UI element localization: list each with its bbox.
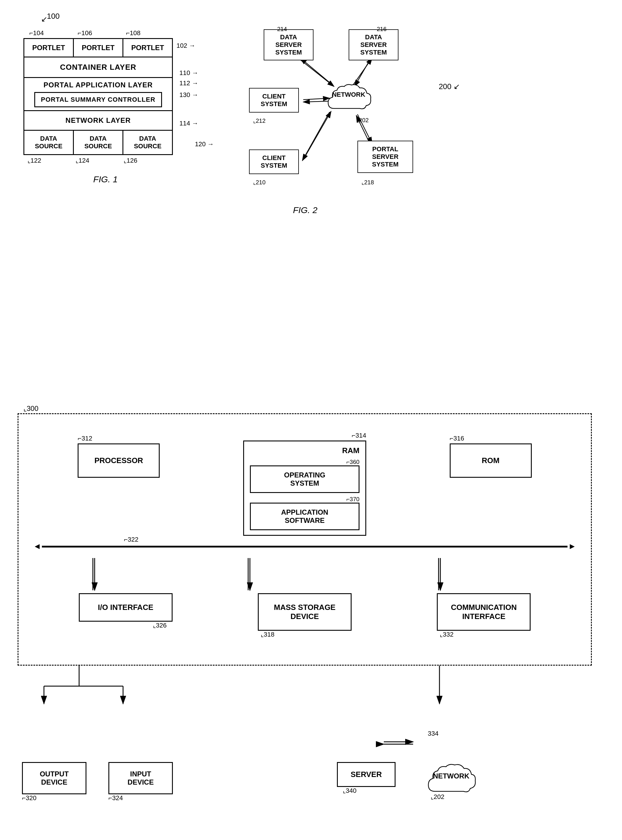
- ref-202-fig3: ⌞202: [431, 793, 444, 801]
- client-system-212: CLIENT SYSTEM: [249, 88, 299, 113]
- ref-322: ⌐322: [124, 536, 139, 544]
- ref-108: ⌐108: [126, 29, 141, 37]
- datasource-3: DATA SOURCE: [123, 131, 172, 154]
- ref-334: 334: [428, 730, 439, 738]
- ref-218: ⌞218: [361, 179, 374, 186]
- server-box: SERVER ⌞340: [337, 762, 395, 794]
- ref-104: ⌐104: [29, 29, 44, 37]
- ref-106: ⌐106: [78, 29, 92, 37]
- fig3-middle-row: I/O INTERFACE ⌞326 MASS STORAGE DEVICE ⌞…: [36, 593, 573, 638]
- fig3-lower-arrows: [18, 666, 592, 771]
- network-cloud: NETWORK: [322, 82, 375, 117]
- fig1-main-box: 102 → PORTLET PORTLET PORTLET CONTAINER …: [23, 38, 173, 155]
- ref-126: ⌞126: [123, 157, 137, 165]
- portlet-2: PORTLET: [74, 39, 123, 57]
- ref-114: 114 →: [179, 119, 198, 127]
- io-interface-box: I/O INTERFACE: [79, 593, 172, 622]
- ref-214: 214: [277, 26, 287, 32]
- fig1-section: 100 ↙ ⌐104 ⌐106 ⌐108 102 → PORTLET PORTL…: [23, 23, 188, 184]
- comm-interface-box: COMMUNICATION INTERFACE: [437, 593, 531, 631]
- ref-300: ⌞300: [23, 405, 38, 413]
- ref-202-fig2: ⌞202: [356, 117, 369, 124]
- fig3-outer-box: ⌐312 PROCESSOR ⌐314 RAM ⌐360 OPERATING S…: [18, 413, 592, 666]
- svg-line-3: [300, 58, 332, 85]
- svg-line-8: [302, 112, 329, 160]
- datasource-row: DATA SOURCE DATA SOURCE DATA SOURCE: [24, 131, 172, 154]
- ref-112: 112 →: [179, 79, 198, 87]
- portlet-1: PORTLET: [24, 39, 74, 57]
- ref-120: 120 →: [195, 141, 214, 148]
- ref-100-arrow: ↙: [41, 15, 47, 24]
- appsw-box: APPLICATION SOFTWARE: [250, 502, 360, 530]
- ref-122: ⌞122: [27, 157, 41, 165]
- ref-210: ⌞210: [253, 179, 265, 186]
- portal-summary-box: PORTAL SUMMARY CONTROLLER: [34, 92, 162, 107]
- ref-216: 216: [377, 26, 386, 32]
- svg-line-7: [303, 111, 331, 160]
- datasource-2: DATA SOURCE: [74, 131, 123, 154]
- portal-server: PORTAL SERVER SYSTEM: [357, 141, 413, 173]
- processor-box: PROCESSOR: [78, 443, 160, 478]
- portal-app-title: PORTAL APPLICATION LAYER: [28, 81, 168, 89]
- fig3-top-row: ⌐312 PROCESSOR ⌐314 RAM ⌐360 OPERATING S…: [36, 432, 573, 536]
- cloud-svg: [322, 82, 375, 117]
- network-layer: NETWORK LAYER: [24, 111, 172, 131]
- ref-102: 102 →: [176, 42, 195, 49]
- fig3-vertical-connectors-top: [36, 558, 575, 593]
- ref-316: ⌐316: [450, 435, 464, 442]
- fig1-title: FIG. 1: [23, 174, 188, 184]
- ref-314: ⌐314: [352, 432, 366, 439]
- ref-326: ⌞326: [153, 622, 167, 629]
- container-layer: CONTAINER LAYER: [24, 58, 172, 78]
- input-device: INPUT DEVICE ⌐324: [108, 762, 173, 802]
- ref-100-label: 100: [47, 12, 59, 21]
- data-server-1: DATA SERVER SYSTEM: [264, 29, 314, 60]
- fig2-title: FIG. 2: [293, 205, 317, 215]
- ref-110: 110 →: [179, 69, 198, 77]
- svg-line-4: [353, 58, 372, 85]
- page: { "fig1": { "ref_main": "100", "ref_bord…: [0, 0, 622, 840]
- portlet-3: PORTLET: [123, 39, 172, 57]
- ref-360: ⌐360: [250, 459, 360, 466]
- ref-212: ⌞212: [253, 117, 265, 124]
- ram-section: ⌐314 RAM ⌐360 OPERATING SYSTEM ⌐370 APPL…: [243, 432, 366, 536]
- ref-312: ⌐312: [78, 435, 92, 442]
- mass-storage-box: MASS STORAGE DEVICE: [258, 593, 352, 631]
- fig3-network-cloud: NETWORK ⌞202: [422, 762, 480, 800]
- ref-370: ⌐370: [250, 496, 360, 502]
- ref-318: ⌞318: [261, 631, 274, 638]
- output-device: OUTPUT DEVICE ⌐320: [22, 762, 87, 802]
- data-server-2: DATA SERVER SYSTEM: [349, 29, 398, 60]
- ref-130: 130 →: [179, 91, 198, 99]
- portlet-row: PORTLET PORTLET PORTLET: [24, 39, 172, 58]
- ref-340: ⌞340: [343, 787, 357, 794]
- portal-app-section: PORTAL APPLICATION LAYER PORTAL SUMMARY …: [24, 78, 172, 111]
- ram-label: RAM: [250, 446, 360, 455]
- os-box: OPERATING SYSTEM: [250, 466, 360, 493]
- fig2-section: 200 ↙: [240, 23, 460, 258]
- client-system-210: CLIENT SYSTEM: [249, 150, 299, 174]
- fig3-section: ⌞300 ⌐312 PROCESSOR ⌐314 R: [18, 399, 604, 840]
- datasource-1: DATA SOURCE: [24, 131, 74, 154]
- rom-box: ROM: [450, 443, 532, 478]
- ref-324: ⌐324: [108, 794, 123, 802]
- bus-bar: ◄ ► ⌐322: [36, 545, 573, 549]
- ref-332: ⌞332: [440, 631, 454, 638]
- ref-320: ⌐320: [22, 794, 37, 802]
- ref-124: ⌞124: [76, 157, 89, 165]
- fig3-network-label: NETWORK: [422, 772, 480, 780]
